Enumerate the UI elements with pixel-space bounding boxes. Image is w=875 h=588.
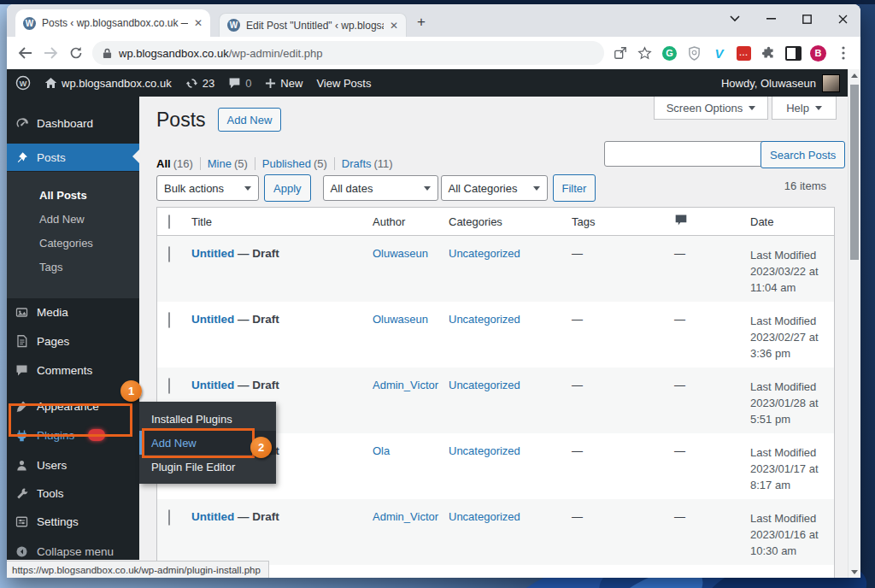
browser-menu-kebab-icon[interactable]: [834, 44, 852, 62]
tags-cell: —: [572, 236, 674, 260]
post-title-link[interactable]: Untitled: [191, 510, 234, 523]
home-icon: [44, 77, 57, 89]
author-link[interactable]: Admin_Victor: [373, 379, 438, 391]
tab-search-chevron-icon[interactable]: [717, 4, 753, 33]
comments-link[interactable]: 0: [228, 77, 251, 90]
category-link[interactable]: Uncategorized: [449, 247, 520, 260]
author-link[interactable]: Admin_Victor: [373, 576, 438, 578]
category-link[interactable]: Uncategorized: [449, 313, 520, 326]
column-comments[interactable]: [674, 214, 750, 229]
lastpass-icon[interactable]: ...: [735, 44, 753, 62]
bookmark-star-icon[interactable]: [636, 44, 654, 62]
howdy-text: Howdy, Oluwaseun: [721, 77, 816, 90]
submenu-categories[interactable]: Categories: [7, 231, 139, 255]
page-scrollbar[interactable]: [848, 69, 860, 578]
view-drafts[interactable]: Drafts(11): [334, 157, 400, 170]
shield-icon[interactable]: [685, 44, 703, 62]
tab-close-icon[interactable]: ✕: [194, 17, 203, 29]
view-mine[interactable]: Mine(5): [200, 157, 255, 170]
close-window-button[interactable]: [825, 4, 860, 33]
apply-button[interactable]: Apply: [264, 174, 311, 202]
row-checkbox[interactable]: [168, 312, 170, 328]
submenu-tags[interactable]: Tags: [7, 255, 139, 279]
sidebar-item-pages[interactable]: Pages: [7, 328, 139, 354]
author-link[interactable]: Oluwaseun: [373, 247, 428, 260]
scroll-up-arrow-icon[interactable]: [849, 69, 860, 81]
page-title: Posts: [156, 109, 206, 132]
sidebar-item-tools[interactable]: Tools: [7, 480, 139, 506]
tab-edit-post[interactable]: W Edit Post "Untitled" ‹ wp.blogsan ✕: [219, 13, 407, 37]
reload-icon[interactable]: [67, 44, 85, 62]
grammarly-icon[interactable]: G: [661, 44, 678, 62]
svg-text:W: W: [20, 79, 27, 88]
browser-toolbar: wp.blogsandbox.co.uk/wp-admin/edit.php G…: [7, 37, 860, 70]
submenu-add-new-post[interactable]: Add New: [7, 207, 139, 231]
category-link[interactable]: Uncategorized: [449, 379, 520, 391]
row-checkbox[interactable]: [168, 246, 170, 262]
tab-close-icon[interactable]: ✕: [390, 20, 398, 32]
view-all[interactable]: All(16): [156, 157, 200, 170]
flyout-plugin-file-editor[interactable]: Plugin File Editor: [139, 455, 276, 479]
add-new-post-button[interactable]: Add New: [218, 108, 282, 132]
category-link[interactable]: Uncategorized: [449, 444, 520, 457]
row-checkbox[interactable]: [168, 509, 170, 526]
new-tab-button[interactable]: +: [417, 15, 426, 29]
screen-options-button[interactable]: Screen Options: [654, 97, 768, 120]
settings-icon: [15, 515, 28, 528]
address-bar[interactable]: wp.blogsandbox.co.uk/wp-admin/edit.php: [92, 41, 604, 65]
column-date[interactable]: Date: [750, 215, 836, 228]
share-icon[interactable]: [611, 44, 629, 62]
scrollbar-thumb[interactable]: [850, 85, 859, 260]
dashboard-icon: [15, 117, 28, 130]
submenu-all-posts[interactable]: All Posts: [7, 183, 139, 207]
search-posts-button[interactable]: Search Posts: [760, 141, 845, 168]
filter-button[interactable]: Filter: [553, 174, 596, 202]
site-name-link[interactable]: wp.blogsandbox.co.uk: [44, 77, 172, 90]
author-link[interactable]: Admin_Victor: [373, 510, 438, 523]
view-published[interactable]: Published(5): [255, 157, 334, 170]
plus-icon: [265, 78, 276, 89]
tab-posts[interactable]: W Posts ‹ wp.blogsandbox.co.uk — ✕: [15, 9, 210, 37]
post-title-link[interactable]: Untitled: [191, 313, 234, 326]
sidebar-item-users[interactable]: Users: [7, 452, 139, 478]
bulk-actions-select[interactable]: Bulk actions: [156, 175, 259, 201]
extensions-puzzle-icon[interactable]: [760, 44, 778, 62]
sidebar-item-media[interactable]: Media: [7, 299, 139, 325]
updates-link[interactable]: 23: [185, 77, 214, 90]
sidebar-item-posts[interactable]: Posts: [7, 144, 139, 171]
back-icon[interactable]: [15, 44, 34, 62]
sidebar-item-dashboard[interactable]: Dashboard: [7, 110, 139, 136]
search-posts-input[interactable]: [604, 141, 766, 167]
page-viewport: W wp.blogsandbox.co.uk 23 0 New: [7, 69, 849, 578]
profile-avatar[interactable]: B: [809, 44, 827, 62]
new-content-link[interactable]: New: [265, 77, 302, 90]
column-title[interactable]: Title: [191, 215, 373, 228]
post-title-link[interactable]: Untitled: [191, 247, 234, 260]
wp-logo-icon[interactable]: W: [15, 75, 31, 91]
select-all-checkbox[interactable]: [168, 215, 170, 229]
updates-icon: [185, 77, 198, 90]
comments-cell: —: [674, 302, 750, 326]
tools-wrench-icon: [15, 487, 28, 500]
sidebar-item-comments[interactable]: Comments: [7, 357, 139, 383]
forward-icon[interactable]: [41, 44, 60, 62]
dates-filter-select[interactable]: All dates: [323, 175, 438, 201]
category-link[interactable]: Uncategorized: [449, 576, 520, 578]
author-link[interactable]: Oluwaseun: [373, 313, 428, 326]
minimize-button[interactable]: [753, 4, 789, 33]
category-link[interactable]: Uncategorized: [449, 510, 520, 523]
scroll-down-arrow-icon[interactable]: [849, 566, 860, 578]
post-title-cell: Untitled — Draft: [191, 499, 373, 523]
author-link[interactable]: Ola: [373, 444, 390, 457]
vimeo-icon[interactable]: V: [710, 44, 728, 62]
help-button[interactable]: Help: [772, 97, 837, 120]
side-panel-icon[interactable]: [784, 44, 802, 62]
categories-filter-select[interactable]: All Categories: [441, 175, 548, 201]
view-posts-link[interactable]: View Posts: [316, 77, 371, 90]
account-menu[interactable]: Howdy, Oluwaseun: [721, 74, 840, 92]
flyout-installed-plugins[interactable]: Installed Plugins: [139, 407, 276, 431]
post-title-link[interactable]: Untitled: [191, 379, 234, 391]
sidebar-item-settings[interactable]: Settings: [7, 509, 139, 534]
maximize-button[interactable]: [789, 4, 825, 33]
row-checkbox[interactable]: [168, 378, 170, 394]
